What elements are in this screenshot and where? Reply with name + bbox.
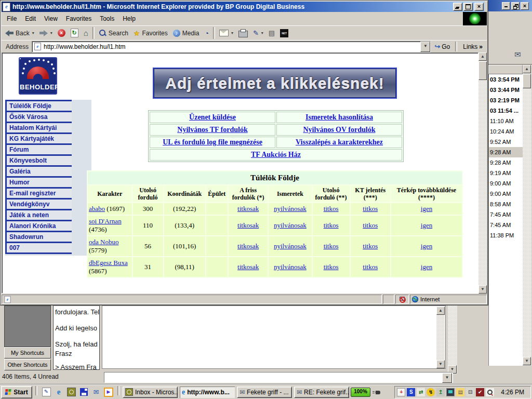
back-button[interactable]: Back▾ <box>3 28 37 39</box>
scroll-up-icon[interactable]: ▲ <box>436 307 445 315</box>
messenger-icon[interactable]: ▤ <box>456 388 464 396</box>
fan-icon[interactable]: + <box>397 388 405 396</box>
message-list-item[interactable]: 9:00 AM <box>489 189 523 199</box>
message-list-item[interactable]: 8:58 AM <box>489 199 523 209</box>
menu-help[interactable]: Help <box>118 13 140 24</box>
knowledge-link[interactable]: nyilvánosak <box>274 221 307 229</box>
outlook-preview-pane[interactable]: ▲ ▼ <box>102 305 446 369</box>
sidebar-item-gal-ria[interactable]: Galéria <box>5 165 72 176</box>
message-list-item[interactable]: 03 11:54 ... <box>489 105 523 116</box>
maximize-button[interactable] <box>463 3 473 11</box>
page-link-tf-aukci-s-h-z[interactable]: TF Aukciós Ház <box>251 151 301 158</box>
eject-hardware-icon[interactable]: ↥ <box>436 388 445 396</box>
my-shortcuts-button[interactable]: My Shortcuts <box>4 347 51 358</box>
minimize-button[interactable] <box>453 3 462 11</box>
printer-icon[interactable]: ⊟ <box>466 388 474 396</box>
taskbar-clock[interactable]: 4:26 PM <box>496 389 527 396</box>
pcanywhere-icon[interactable]: S <box>407 388 415 396</box>
scrollbar-thumb[interactable] <box>523 74 531 88</box>
sync-icon[interactable]: ⇄ <box>417 388 425 396</box>
favorites-button[interactable]: ★Favorites <box>131 28 170 39</box>
message-list-item[interactable]: 9:19 AM <box>489 168 523 178</box>
message-list-item[interactable]: 9:00 AM <box>489 178 523 189</box>
sidebar-item-alanori-kr-nika[interactable]: Alanori Krónika <box>5 220 72 231</box>
menu-view[interactable]: View <box>40 13 62 24</box>
scrollbar-thumb[interactable] <box>478 61 487 80</box>
sidebar-item-hatalom-k-rty-i[interactable]: Hatalom Kártyái <box>5 122 72 132</box>
outlook-preview-text-pane[interactable]: fordulojara. TelAdd ki legelsoSzolj, ha … <box>53 305 100 370</box>
sidebar-item-007[interactable]: 007 <box>5 242 72 252</box>
message-list-item[interactable]: 03 3:54 PM <box>489 74 523 85</box>
battery-indicator[interactable]: 100% <box>351 388 370 397</box>
character-link-ababo[interactable]: ababo <box>89 205 105 212</box>
sidebar-item-j-t-k-a-neten[interactable]: Játék a neten <box>5 209 72 220</box>
message-list-item[interactable]: 11:10 AM <box>489 116 523 126</box>
quicklaunch-mail-sync-icon[interactable]: ✉ <box>90 387 102 398</box>
page-link-ismeretek-hasonl-t-sa[interactable]: Ismeretek hasonlítása <box>305 113 373 121</box>
message-list-item[interactable]: 7:45 AM <box>489 220 523 230</box>
outlook-list-scrollbar[interactable]: ▲ ▼ <box>523 65 531 366</box>
scroll-up-icon[interactable]: ▲ <box>523 65 531 73</box>
sidebar-item-kg-k-rtyaj-t-k[interactable]: KG Kártyajáték <box>5 132 72 143</box>
scroll-down-icon[interactable]: ▼ <box>436 360 445 368</box>
scroll-down-icon[interactable]: ▼ <box>523 357 531 365</box>
display-settings-icon[interactable] <box>446 388 455 396</box>
menu-file[interactable]: File <box>3 13 21 24</box>
sidebar-item-s-k-v-rosa[interactable]: Ősök Városa <box>5 111 72 122</box>
sidebar-item-vend-gk-nyv[interactable]: Vendégkönyv <box>5 198 72 209</box>
net-plugin-button[interactable]: NET <box>277 28 291 39</box>
start-button[interactable]: Start <box>1 386 32 398</box>
quicklaunch-floppy-icon[interactable] <box>78 387 89 398</box>
home-button[interactable]: ⌂ <box>81 28 91 39</box>
page-link-ul-s-fordul-log-file-megn-z-se[interactable]: UL és forduló log file megnézése <box>163 138 262 146</box>
page-link-nyilv-nos-tf-fordul-k[interactable]: Nyilvános TF fordulók <box>177 126 247 134</box>
fresh-turns-link[interactable]: titkosak <box>237 205 259 212</box>
map-forward-link[interactable]: igen <box>421 221 432 229</box>
go-button[interactable]: ↪Go <box>431 43 454 50</box>
refresh-button[interactable]: ↻ <box>68 28 81 39</box>
knowledge-link[interactable]: nyilvánosak <box>274 263 307 271</box>
outlook-column-header[interactable] <box>488 65 523 74</box>
sidebar-item-e-mail-regiszter[interactable]: E-mail regiszter <box>5 187 72 198</box>
last-turn-link[interactable]: titkos <box>324 221 339 229</box>
task-button-inbox-micros[interactable]: Inbox - Micros... <box>123 387 178 398</box>
quicklaunch-media-player-icon[interactable]: ▶ <box>103 387 114 398</box>
print-button[interactable] <box>236 28 250 39</box>
outlook-minimize-button[interactable] <box>502 2 510 10</box>
other-shortcuts-button[interactable]: Other Shortcuts <box>4 359 51 370</box>
power-profile-icon[interactable]: ↯ <box>427 388 435 396</box>
message-list-item[interactable]: 7:45 AM <box>489 209 523 220</box>
map-forward-link[interactable]: igen <box>421 205 432 212</box>
task-button-re-fekete-grif[interactable]: ✉RE: Fekete grif... <box>294 387 349 398</box>
message-pane-scrollbar[interactable]: ▼ <box>448 305 457 374</box>
fresh-turns-link[interactable]: titkosak <box>237 263 259 271</box>
menu-tools[interactable]: Tools <box>96 13 118 24</box>
outlook-message-list[interactable]: 03 3:54 PM03 3:44 PM03 2:19 PM03 11:54 .… <box>488 74 523 366</box>
menu-favorites[interactable]: Favorites <box>62 13 96 24</box>
map-forward-link[interactable]: igen <box>421 242 432 250</box>
scroll-down-icon[interactable]: ▼ <box>478 285 487 294</box>
fresh-turns-link[interactable]: titkosak <box>237 221 259 229</box>
message-list-item[interactable]: 9:28 AM <box>489 157 523 168</box>
knowledge-link[interactable]: nyilvánosak <box>274 205 307 212</box>
message-list-item[interactable]: 03 2:19 PM <box>489 95 523 105</box>
kt-report-link[interactable]: titkos <box>363 242 378 250</box>
character-link-oda-nobuo[interactable]: oda Nobuo <box>89 238 118 246</box>
message-list-item[interactable]: 10:24 AM <box>489 126 523 137</box>
character-link-dbegesz-buxa[interactable]: dbEgesz Buxa <box>89 259 128 267</box>
outlook-restore-button[interactable] <box>511 2 520 10</box>
history-button[interactable]: ◔ <box>202 28 211 39</box>
last-turn-link[interactable]: titkos <box>324 263 339 271</box>
links-toolbar[interactable]: Links» <box>459 43 486 50</box>
message-list-item[interactable]: 11:38 PM <box>489 230 523 241</box>
sidebar-item-t-l-l-k-f-ldje[interactable]: Túlélők Földje <box>5 100 72 111</box>
banner-ad[interactable]: Adj értelmet a klikkelésnek! <box>153 68 397 99</box>
menu-edit[interactable]: Edit <box>21 13 40 24</box>
sidebar-item-k-nyvesbolt[interactable]: Könyvesbolt <box>5 154 72 165</box>
edit-button[interactable]: ✎▾ <box>250 28 266 39</box>
character-link-soi-d-arnan[interactable]: soi D'Arnan <box>89 217 122 225</box>
mail-button[interactable]: ▾ <box>217 28 236 39</box>
beholder-logo[interactable]: BEHOLDER <box>19 57 57 95</box>
map-forward-link[interactable]: igen <box>421 263 432 271</box>
chevron-down-icon[interactable]: ▼ <box>442 373 452 383</box>
